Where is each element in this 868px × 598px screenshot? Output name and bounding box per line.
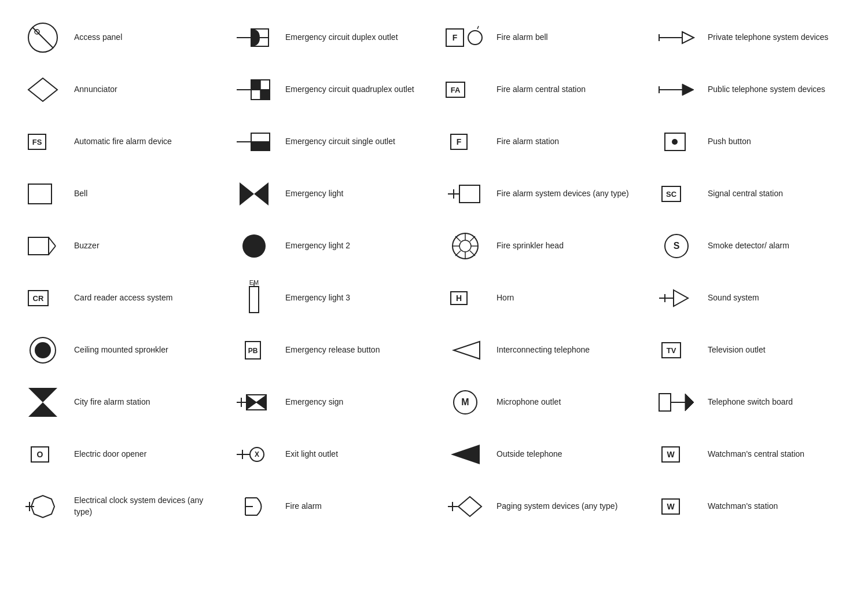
emergency-light3-symbol: EM	[231, 281, 277, 315]
card-reader-label: Card reader access system	[74, 292, 217, 304]
horn-label: Horn	[496, 292, 639, 304]
svg-text:H: H	[456, 294, 462, 303]
svg-marker-34	[240, 182, 254, 206]
private-telephone-label: Private telephone system devices	[708, 32, 851, 43]
svg-text:TV: TV	[667, 346, 676, 355]
svg-line-42	[49, 237, 56, 246]
signal-central-label: Signal central station	[708, 188, 851, 200]
item-emergency-sign: Emergency sign	[223, 376, 434, 428]
horn-symbol: H	[442, 281, 488, 315]
fire-alarm-central-label: Fire alarm central station	[496, 84, 639, 96]
emergency-release-label: Emergency release button	[285, 344, 428, 356]
smoke-detector-label: Smoke detector/ alarm	[708, 240, 851, 252]
fire-alarm-bell-label: Fire alarm bell	[496, 32, 639, 43]
item-exit-light: X Exit light outlet	[223, 428, 434, 480]
svg-marker-75	[28, 402, 57, 417]
bell-label: Bell	[74, 188, 217, 200]
watchmans-central-label: Watchman's central station	[708, 449, 851, 460]
item-public-telephone: Public telephone system devices	[645, 64, 856, 116]
auto-fire-alarm-label: Automatic fire alarm device	[74, 136, 217, 148]
item-television-outlet: TV Television outlet	[645, 324, 856, 376]
push-button-label: Push button	[708, 136, 851, 148]
watchmans-station-label: Watchman's station	[708, 501, 851, 512]
emergency-duplex-symbol	[231, 20, 277, 55]
item-emergency-light2: Emergency light 2	[223, 220, 434, 272]
svg-point-32	[672, 139, 678, 145]
fire-alarm-devices-symbol	[442, 177, 488, 211]
paging-system-label: Paging system devices (any type)	[496, 501, 639, 512]
item-fire-alarm-station: F Fire alarm station	[434, 116, 645, 168]
item-emergency-duplex: Emergency circuit duplex outlet	[223, 12, 434, 64]
emergency-quadruplex-label: Emergency circuit quadruplex outlet	[285, 84, 428, 96]
city-fire-alarm-label: City fire alarm station	[74, 397, 217, 408]
paging-system-symbol	[442, 489, 488, 524]
svg-text:W: W	[667, 502, 675, 511]
access-panel-symbol	[20, 20, 66, 55]
city-fire-alarm-symbol	[20, 385, 66, 420]
item-buzzer: Buzzer	[12, 220, 223, 272]
item-auto-fire-alarm: FS Automatic fire alarm device	[12, 116, 223, 168]
annunciator-label: Annunciator	[74, 84, 217, 96]
item-push-button: Push button	[645, 116, 856, 168]
svg-text:W: W	[667, 450, 675, 459]
svg-text:FA: FA	[451, 86, 461, 94]
sound-system-symbol	[653, 281, 700, 315]
svg-marker-71	[454, 342, 480, 359]
item-fire-alarm-devices: Fire alarm system devices (any type)	[434, 168, 645, 220]
item-annunciator: Annunciator	[12, 64, 223, 116]
access-panel-label: Access panel	[74, 32, 217, 43]
item-access-panel: Access panel	[12, 12, 223, 64]
emergency-light2-symbol	[231, 229, 277, 263]
svg-marker-97	[31, 496, 54, 518]
item-bell: Bell	[12, 168, 223, 220]
svg-rect-83	[659, 394, 671, 411]
svg-marker-35	[254, 182, 269, 206]
svg-line-53	[470, 236, 475, 241]
private-telephone-symbol	[653, 20, 700, 55]
svg-marker-92	[451, 445, 480, 464]
emergency-single-symbol	[231, 124, 277, 159]
item-city-fire-alarm: City fire alarm station	[12, 376, 223, 428]
fire-alarm-devices-label: Fire alarm system devices (any type)	[496, 188, 639, 200]
svg-text:M: M	[461, 397, 469, 407]
interconnecting-tel-label: Interconnecting telephone	[496, 344, 639, 356]
telephone-switchboard-label: Telephone switch board	[708, 397, 851, 408]
microphone-outlet-symbol: M	[442, 385, 488, 420]
outside-telephone-label: Outside telephone	[496, 449, 639, 460]
svg-rect-33	[28, 184, 52, 204]
emergency-duplex-label: Emergency circuit duplex outlet	[285, 32, 428, 43]
fire-alarm-plain-label: Fire alarm	[285, 501, 428, 512]
emergency-release-symbol: PB	[231, 333, 277, 368]
card-reader-symbol: CR	[20, 281, 66, 315]
svg-marker-13	[682, 32, 694, 43]
emergency-light-label: Emergency light	[285, 188, 428, 200]
emergency-light2-label: Emergency light 2	[285, 240, 428, 252]
item-fire-sprinkler: Fire sprinkler head	[434, 220, 645, 272]
auto-fire-alarm-symbol: FS	[20, 124, 66, 159]
svg-marker-14	[28, 78, 57, 101]
svg-line-51	[455, 236, 461, 241]
ceiling-sprinkler-label: Ceiling mounted sprонkler	[74, 344, 217, 356]
svg-text:F: F	[457, 137, 462, 146]
emergency-sign-label: Emergency sign	[285, 397, 428, 408]
item-fire-alarm-central: FA Fire alarm central station	[434, 64, 645, 116]
fire-alarm-station-symbol: F	[442, 124, 488, 159]
svg-marker-103	[458, 497, 481, 516]
item-emergency-release: PB Emergency release button	[223, 324, 434, 376]
svg-point-9	[468, 31, 482, 45]
item-ceiling-sprinkler: Ceiling mounted sprонkler	[12, 324, 223, 376]
item-sound-system: Sound system	[645, 272, 856, 324]
svg-point-44	[242, 234, 266, 258]
svg-marker-74	[28, 388, 57, 402]
svg-marker-78	[247, 395, 257, 410]
buzzer-label: Buzzer	[74, 240, 217, 252]
svg-text:PB: PB	[248, 347, 258, 355]
item-watchmans-central: W Watchman's central station	[645, 428, 856, 480]
item-electrical-clock: Electrical clock system devices (any typ…	[12, 480, 223, 533]
svg-line-43	[49, 246, 56, 255]
push-button-symbol	[653, 124, 700, 159]
item-emergency-quadruplex: Emergency circuit quadruplex outlet	[223, 64, 434, 116]
fire-alarm-bell-symbol: F	[442, 20, 488, 55]
svg-text:X: X	[255, 450, 259, 458]
item-card-reader: CR Card reader access system	[12, 272, 223, 324]
